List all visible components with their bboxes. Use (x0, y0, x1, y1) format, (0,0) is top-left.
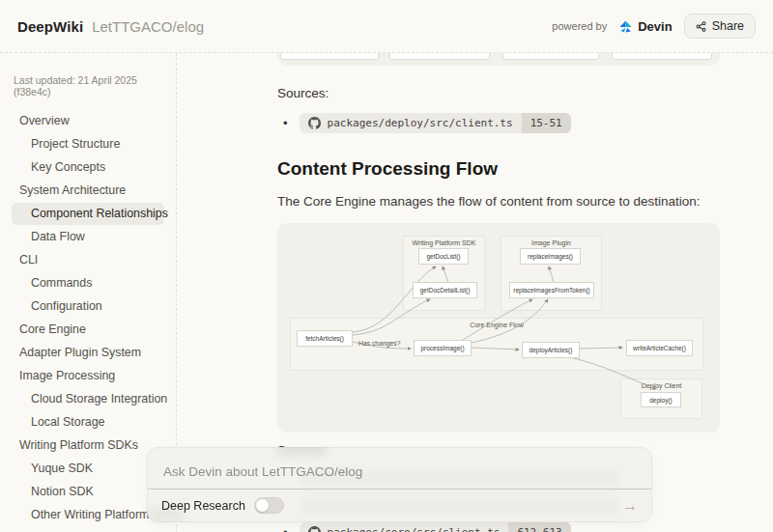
section-intro: The Core Engine manages the flow of cont… (277, 194, 720, 209)
previous-diagram-cutoff (277, 53, 720, 66)
sidebar-item-core-engine[interactable]: Core Engine (12, 319, 164, 341)
submit-arrow-icon[interactable]: → (622, 498, 638, 514)
repo-name[interactable]: LetTTGACO/elog (92, 18, 204, 35)
sidebar-item-data-flow[interactable]: Data Flow (12, 226, 164, 248)
sidebar-item-cli[interactable]: CLI (12, 249, 164, 271)
node-writearticlecache: writeArticleCache() (626, 340, 693, 356)
sidebar-item-key-concepts[interactable]: Key Concepts (12, 156, 164, 179)
bullet: • (283, 116, 288, 130)
edge-label-has-changes: Has changes? (358, 340, 400, 347)
sidebar-item-overview[interactable]: Overview (12, 110, 164, 132)
node-deploy: deploy() (641, 392, 681, 407)
source-line-range: 612-613 (508, 522, 570, 532)
sidebar-item-writing-platform-sdks[interactable]: Writing Platform SDKs (12, 434, 164, 457)
source-path: packages/core/src/client.ts (328, 526, 501, 532)
sidebar-item-other-writing-platform-sdks[interactable]: Other Writing Platform SDKs (12, 504, 164, 526)
powered-by-label: powered by (552, 20, 607, 32)
cutoff-node (280, 53, 379, 60)
sidebar-item-notion-sdk[interactable]: Notion SDK (12, 481, 164, 503)
source-file-link[interactable]: packages/core/src/client.ts 612-613 (300, 522, 571, 532)
cluster-image-plugin: Image Plugin (501, 236, 602, 311)
last-updated: Last updated: 21 April 2025 (f38e4c) (14, 74, 164, 98)
share-label: Share (712, 19, 744, 33)
node-replaceimages: replaceImages() (520, 248, 581, 265)
share-button[interactable]: Share (684, 14, 756, 39)
sidebar-item-component-relationships[interactable]: Component Relationships (12, 203, 164, 225)
sources-label: Sources: (277, 86, 720, 100)
cluster-label: Image Plugin (501, 239, 601, 246)
node-getdoclist: getDocList() (418, 248, 469, 265)
github-icon (308, 117, 321, 129)
cluster-writing-platform-sdk: Writing Platform SDK (403, 236, 485, 311)
node-fetcharticles: fetchArticles() (297, 330, 353, 347)
toggle-knob (256, 499, 269, 512)
breadcrumb: DeepWiki LetTTGACO/elog (17, 18, 204, 35)
devin-logo-icon (618, 19, 633, 34)
cutoff-node (612, 53, 712, 60)
header: DeepWiki LetTTGACO/elog powered by Devin (0, 0, 773, 53)
bullet: • (283, 525, 288, 532)
ask-devin-input[interactable] (148, 448, 651, 489)
node-processimage: processImage() (414, 340, 472, 356)
sidebar-item-configuration[interactable]: Configuration (12, 295, 164, 318)
sidebar-item-cloud-storage-integration[interactable]: Cloud Storage Integration (12, 388, 164, 410)
github-icon (308, 526, 321, 532)
sidebar-item-commands[interactable]: Commands (12, 272, 164, 294)
page-title: Content Processing Flow (277, 158, 720, 180)
deep-research-toggle[interactable] (254, 497, 284, 514)
sidebar-item-local-storage[interactable]: Local Storage (12, 411, 164, 434)
cluster-label: Deploy Client (621, 382, 701, 389)
node-deployarticles: deployArticles() (522, 342, 580, 358)
source-line-range: 15-51 (522, 113, 571, 133)
devin-link[interactable]: Devin (618, 19, 672, 34)
deep-research-label: Deep Research (161, 499, 245, 513)
cluster-label: Writing Platform SDK (404, 239, 484, 246)
brand-title[interactable]: DeepWiki (17, 18, 83, 35)
cluster-label: Core Engine Flow (291, 322, 702, 328)
ask-devin-panel: Deep Research → (147, 447, 652, 522)
node-replaceimagesfromtoken: replaceImagesFromToken() (509, 282, 594, 298)
sidebar-item-image-processing[interactable]: Image Processing (12, 365, 164, 387)
source-list-item: • packages/core/src/client.ts 612-613 (277, 522, 720, 532)
source-file-link[interactable]: packages/deploy/src/client.ts 15-51 (300, 113, 571, 133)
sidebar-item-project-structure[interactable]: Project Structure (12, 133, 164, 155)
content-processing-flow-diagram: Writing Platform SDK Image Plugin Core E… (277, 223, 720, 433)
share-nodes-icon (696, 21, 706, 32)
sidebar-item-adapter-plugin-system[interactable]: Adapter Plugin System (12, 342, 164, 364)
devin-label: Devin (638, 19, 672, 34)
sidebar-item-yuque-sdk[interactable]: Yuque SDK (12, 458, 164, 480)
cutoff-node (502, 53, 599, 60)
sidebar-item-system-architecture[interactable]: System Architecture (12, 180, 164, 202)
cutoff-node (389, 53, 490, 60)
source-path: packages/deploy/src/client.ts (328, 117, 513, 129)
source-list-item: • packages/deploy/src/client.ts 15-51 (277, 113, 720, 133)
node-getdocdetaillist: getDocDetailList() (413, 282, 477, 298)
